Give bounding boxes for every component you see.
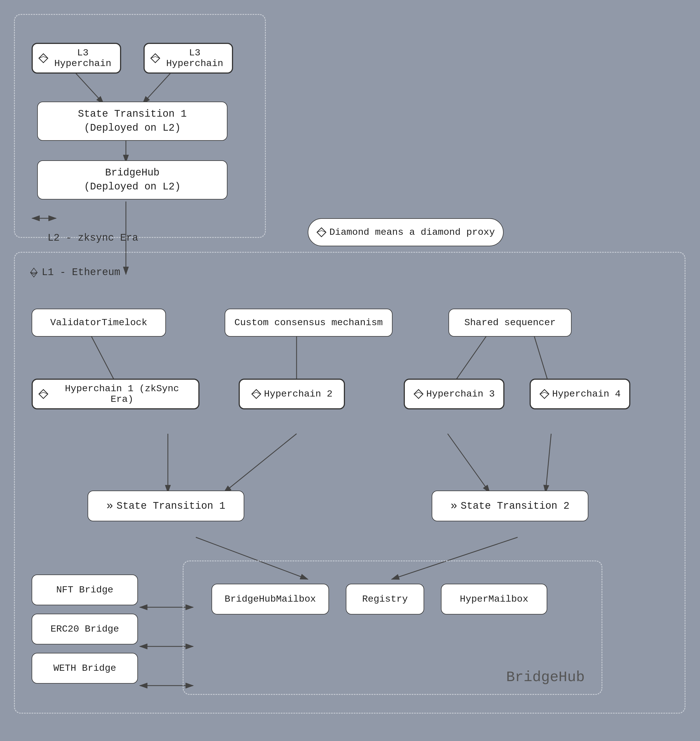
svg-marker-40: [414, 392, 423, 398]
svg-marker-42: [540, 389, 549, 394]
svg-marker-39: [414, 389, 423, 394]
state-transition-1-l2-label: State Transition 1(Deployed on L2): [78, 107, 187, 136]
l3-hyperchain-1-node: L3 Hyperchain: [32, 43, 121, 74]
shared-sequencer-label: Shared sequencer: [465, 317, 556, 328]
diagram-container: L3 Hyperchain L3 Hyperchain State Transi…: [0, 0, 700, 741]
svg-marker-24: [151, 54, 160, 58]
diamond-legend-label: Diamond means a diamond proxy: [329, 227, 495, 237]
bridgehub-inner-container: BridgeHubMailbox Registry HyperMailbox B…: [183, 560, 602, 695]
shared-sequencer-node: Shared sequencer: [449, 309, 572, 337]
l2-label: L2 - zksync Era: [47, 232, 138, 244]
l1-label: L1 - Ethereum: [29, 267, 120, 278]
svg-marker-37: [252, 392, 261, 398]
erc20-bridge-label: ERC20 Bridge: [51, 624, 119, 634]
custom-consensus-label: Custom consensus mechanism: [234, 317, 383, 328]
nft-bridge-label: NFT Bridge: [56, 585, 113, 595]
hyperchain-2-label: Hyperchain 2: [264, 389, 333, 399]
svg-marker-30: [31, 273, 37, 277]
bridgehub-l2-node: BridgeHub(Deployed on L2): [37, 161, 228, 199]
hyperchain-4-node: Hyperchain 4: [529, 379, 630, 410]
bridgehub-l2-label: BridgeHub(Deployed on L2): [84, 166, 181, 194]
weth-bridge-node: WETH Bridge: [32, 653, 138, 684]
validator-timelock-node: ValidatorTimelock: [32, 309, 166, 337]
svg-marker-27: [317, 228, 326, 232]
hyperchain-2-node: Hyperchain 2: [239, 379, 345, 410]
svg-marker-41: [540, 389, 549, 398]
svg-marker-28: [317, 231, 326, 237]
nft-bridge-node: NFT Bridge: [32, 575, 138, 605]
registry-node: Registry: [346, 584, 424, 614]
validator-timelock-label: ValidatorTimelock: [50, 317, 147, 328]
svg-marker-36: [252, 389, 261, 394]
bridgehub-mailbox-node: BridgeHubMailbox: [212, 584, 329, 614]
diamond-legend-node: Diamond means a diamond proxy: [308, 218, 504, 246]
ethereum-icon: [29, 268, 39, 278]
hyperchain-1-node: Hyperchain 1 (zkSync Era): [32, 379, 200, 410]
svg-marker-26: [317, 228, 326, 237]
hyperchain-4-label: Hyperchain 4: [552, 389, 621, 399]
svg-marker-22: [39, 56, 48, 63]
hyper-mailbox-node: HyperMailbox: [441, 584, 547, 614]
diamond-icon-2: [150, 53, 160, 63]
l2-label-text: L2 - zksync Era: [47, 232, 138, 244]
hyperchain-4-diamond-icon: [540, 389, 550, 399]
hyperchain-3-node: Hyperchain 3: [404, 379, 504, 410]
hyperchain-3-label: Hyperchain 3: [426, 389, 495, 399]
hyper-mailbox-label: HyperMailbox: [460, 594, 528, 604]
svg-marker-25: [151, 56, 160, 63]
state-transition-1-l2-node: State Transition 1(Deployed on L2): [37, 102, 228, 141]
custom-consensus-node: Custom consensus mechanism: [225, 309, 393, 337]
hyperchain-1-label: Hyperchain 1 (zkSync Era): [51, 383, 193, 405]
l1-label-text: L1 - Ethereum: [42, 267, 120, 278]
state-transition-1-l1-node: » State Transition 1: [88, 491, 244, 521]
svg-marker-43: [540, 392, 549, 398]
chevron-double-1: »: [107, 500, 113, 513]
l2-container: L3 Hyperchain L3 Hyperchain State Transi…: [14, 14, 266, 238]
state-transition-2-l1-label: State Transition 2: [461, 500, 570, 512]
svg-marker-20: [39, 54, 48, 63]
svg-marker-23: [151, 54, 160, 63]
l1-container: L1 - Ethereum ValidatorTimelock Custom c…: [14, 252, 685, 714]
chevron-double-2: »: [451, 500, 457, 513]
weth-bridge-label: WETH Bridge: [53, 663, 116, 673]
svg-marker-38: [414, 389, 423, 398]
svg-marker-35: [252, 389, 261, 398]
erc20-bridge-node: ERC20 Bridge: [32, 614, 138, 644]
registry-label: Registry: [362, 594, 407, 604]
hyperchain-2-diamond-icon: [251, 389, 261, 399]
state-transition-2-l1-node: » State Transition 2: [432, 491, 588, 521]
svg-marker-32: [39, 389, 48, 398]
bridgehub-inner-label: BridgeHub: [506, 669, 585, 686]
hyperchain-1-diamond-icon: [38, 389, 49, 399]
svg-marker-21: [39, 54, 48, 58]
state-transition-1-l1-label: State Transition 1: [117, 500, 225, 512]
hyperchain-3-diamond-icon: [413, 389, 424, 399]
l3-hyperchain-1-label: L3 Hyperchain: [51, 47, 115, 69]
l3-hyperchain-2-node: L3 Hyperchain: [144, 43, 233, 74]
svg-marker-34: [39, 392, 48, 398]
l3-hyperchain-2-label: L3 Hyperchain: [163, 47, 226, 69]
bridgehub-mailbox-label: BridgeHubMailbox: [225, 594, 316, 604]
diamond-legend-icon: [316, 227, 326, 237]
diamond-icon: [38, 53, 49, 63]
svg-marker-33: [39, 389, 48, 394]
